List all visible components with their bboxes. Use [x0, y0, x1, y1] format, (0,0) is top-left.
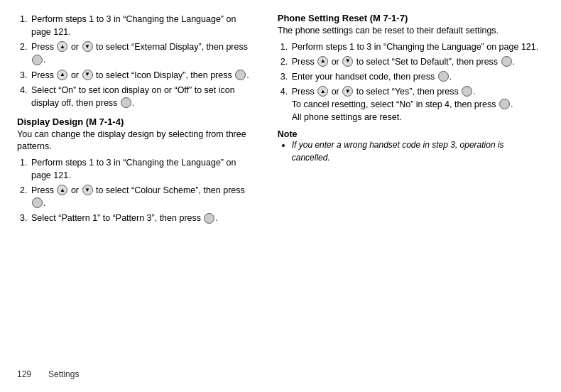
intro-list: Perform steps 1 to 3 in “Changing the La… — [30, 13, 256, 109]
left-column: Perform steps 1 to 3 in “Changing the La… — [17, 13, 271, 364]
down-button-icon: ▼ — [82, 185, 93, 195]
ok-button-icon — [121, 97, 131, 108]
list-item: Enter your handset code, then press . — [290, 70, 544, 83]
footer-page-number: 129 — [17, 369, 31, 379]
up-button-icon: ▲ — [317, 86, 328, 97]
section-desc-display-design: You can change the display design by sel… — [17, 129, 256, 153]
section-title-display-design: Display Design (M 7-1-4) — [17, 116, 256, 127]
note-item: If you enter a wrong handset code in ste… — [292, 139, 544, 164]
display-design-list: Perform steps 1 to 3 in “Changing the La… — [30, 156, 256, 225]
up-button-icon: ▲ — [57, 70, 67, 80]
list-item: Press ▲ or ▼ to select “Yes”, then press… — [290, 85, 544, 124]
down-button-icon: ▼ — [82, 70, 93, 80]
footer-section-label: Settings — [48, 369, 79, 379]
list-item: Perform steps 1 to 3 in “Changing the La… — [30, 13, 256, 38]
up-button-icon: ▲ — [57, 185, 67, 195]
ok-button-icon — [204, 213, 214, 224]
phone-reset-list: Perform steps 1 to 3 in “Changing the La… — [290, 40, 544, 124]
ok-button-icon — [438, 71, 449, 82]
section-title-phone-reset: Phone Setting Reset (M 7-1-7) — [278, 13, 544, 23]
ok-button-icon — [501, 56, 512, 67]
list-item: Select “On” to set icon display on or “O… — [30, 84, 256, 109]
ok-button-icon — [32, 55, 43, 65]
footer: 129 Settings — [17, 369, 544, 379]
down-button-icon: ▼ — [342, 56, 353, 67]
note-list: If you enter a wrong handset code in ste… — [292, 139, 544, 164]
list-item: Press ▲ or ▼ to select “Icon Display”, t… — [30, 69, 256, 82]
page: Perform steps 1 to 3 in “Changing the La… — [0, 0, 561, 392]
right-column: Phone Setting Reset (M 7-1-7) The phone … — [271, 13, 544, 364]
list-item: Select “Pattern 1” to “Pattern 3”, then … — [30, 212, 256, 224]
up-button-icon: ▲ — [317, 56, 328, 67]
ok-button-icon — [32, 197, 43, 208]
ok-button-icon — [462, 86, 472, 97]
note-title: Note — [278, 129, 544, 139]
down-button-icon: ▼ — [82, 41, 93, 52]
list-item: Press ▲ or ▼ to select “Set to Default”,… — [290, 55, 544, 68]
content-columns: Perform steps 1 to 3 in “Changing the La… — [17, 13, 544, 364]
section-desc-phone-reset: The phone settings can be reset to their… — [278, 25, 544, 38]
ok-button-icon — [235, 70, 246, 80]
down-button-icon: ▼ — [342, 86, 353, 97]
list-item: Press ▲ or ▼ to select “External Display… — [30, 40, 256, 66]
ok-button-icon — [499, 99, 510, 109]
list-item: Perform steps 1 to 3 in “Changing the La… — [30, 156, 256, 182]
list-item: Perform steps 1 to 3 in “Changing the La… — [290, 40, 544, 53]
up-button-icon: ▲ — [57, 41, 67, 52]
list-item: Press ▲ or ▼ to select “Colour Scheme”, … — [30, 184, 256, 209]
